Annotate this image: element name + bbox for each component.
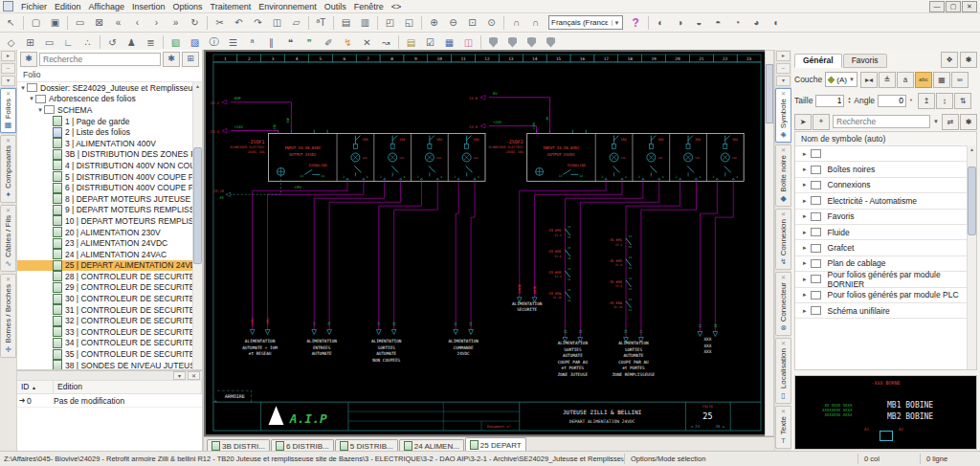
edition-col-edition[interactable]: Edition bbox=[54, 381, 202, 393]
symbol-swap-icon[interactable]: ❖ bbox=[941, 52, 958, 68]
copy-attributes-icon[interactable]: ªT bbox=[312, 14, 330, 32]
pane-control-icon-1[interactable]: ‒ bbox=[776, 63, 791, 74]
shield-1-icon[interactable] bbox=[484, 33, 502, 51]
tab-bo-te-noire[interactable]: ✕Boîte noire◆ bbox=[775, 144, 791, 207]
new-folio-icon[interactable]: ▢ bbox=[27, 14, 45, 32]
folio-last-icon[interactable]: » bbox=[167, 14, 185, 32]
tree-row[interactable]: 31 | CONTROLEUR DE SECURITE ENTREES bbox=[17, 304, 202, 316]
close-button[interactable]: ✕ bbox=[962, 1, 977, 12]
edition-col-id[interactable]: ID ▲ bbox=[17, 381, 54, 393]
spacing-icon[interactable]: ↨ bbox=[936, 93, 953, 109]
tree-row[interactable]: 38 | SONDES DE NIVEAU JUTEUSE bbox=[17, 360, 202, 369]
sheet-tab[interactable]: 25 DEPART bbox=[465, 437, 526, 452]
snap-magnet-icon[interactable]: ∩ bbox=[507, 14, 525, 32]
view-3d-icon[interactable]: ◇ bbox=[2, 33, 20, 51]
symbol-folder-row[interactable]: ▸Pour folios générés par module PLC bbox=[795, 288, 976, 303]
menu-fichier[interactable]: Fichier bbox=[17, 2, 51, 11]
cross-icon[interactable]: ✕ bbox=[358, 33, 376, 51]
axes-icon[interactable]: ∟ bbox=[59, 33, 78, 51]
symbol-list-scrollbar[interactable]: ▲ bbox=[967, 145, 976, 369]
tree-row[interactable]: 32 | CONTROLEUR DE SECURITE SORTIES bbox=[17, 315, 202, 326]
checklist-icon[interactable]: ☑ bbox=[421, 33, 439, 51]
copy-icon[interactable]: ◫ bbox=[268, 14, 286, 32]
tree-caret-icon[interactable]: ▸ bbox=[803, 259, 807, 267]
tree-caret-icon[interactable]: ▸ bbox=[803, 307, 807, 315]
tree-row[interactable]: 28 | CONTROLEUR DE SECURITE CPU bbox=[17, 271, 202, 282]
snap-lock-icon[interactable]: ∩ bbox=[526, 14, 545, 32]
tree-caret-icon[interactable]: ▸ bbox=[803, 197, 807, 205]
link-view-icon[interactable]: ∞ bbox=[951, 72, 969, 88]
close-folio-icon[interactable]: ⊠ bbox=[90, 14, 108, 32]
tree-caret-icon[interactable]: ▸ bbox=[803, 150, 807, 158]
angle-dropdown-icon[interactable]: ▼ bbox=[909, 99, 913, 102]
tree-row[interactable]: ▾Dossier: SE24029_Juteuse et Remplisseus… bbox=[17, 82, 202, 94]
symbol-search-input[interactable] bbox=[833, 115, 930, 128]
zoom-out-icon[interactable]: ⊖ bbox=[444, 14, 462, 32]
menu-[interactable]: <> bbox=[388, 2, 406, 11]
tool-half-2-icon[interactable]: ◑ bbox=[671, 14, 689, 32]
tree-caret-icon[interactable]: ▸ bbox=[803, 276, 807, 283]
tree-row[interactable]: ▾SCHEMA bbox=[17, 104, 202, 116]
couche-select[interactable]: (A) ▼ bbox=[825, 72, 858, 87]
tree-caret-icon[interactable]: ▸ bbox=[803, 166, 807, 173]
tree-row[interactable]: 23 | ALIMENTATION 24VDC bbox=[17, 237, 202, 249]
stack-triangles-icon[interactable]: ≜ bbox=[879, 72, 896, 88]
close-icon[interactable]: ✕ bbox=[781, 147, 786, 153]
taille-spinner[interactable]: ▲▼ bbox=[847, 97, 851, 104]
menu-edition[interactable]: Edition bbox=[51, 2, 85, 11]
layers-icon[interactable]: ☰ bbox=[224, 33, 242, 51]
menu-affichage[interactable]: Affichage bbox=[85, 2, 128, 11]
folio-tree[interactable]: ▾Dossier: SE24029_Juteuse et Remplisseus… bbox=[17, 82, 202, 369]
tree-row[interactable]: 35 | CONTROLEUR DE SECURITE SORTIES bbox=[17, 348, 202, 360]
tree-row[interactable]: ▾Arborescence des folios bbox=[17, 94, 202, 105]
info-icon[interactable]: ⓘ bbox=[205, 33, 223, 51]
direction-arrows-icon[interactable]: ▸◂ bbox=[860, 72, 878, 88]
close-icon[interactable]: ✕ bbox=[781, 275, 786, 280]
maximize-button[interactable]: ▢ bbox=[946, 1, 961, 12]
menu-traitement[interactable]: Traitement bbox=[206, 2, 255, 11]
folio-prev-icon[interactable]: ‹ bbox=[128, 14, 146, 32]
tab-symbole[interactable]: ✕Symbole◈ bbox=[775, 88, 791, 143]
comment-dark-icon[interactable]: ❝ bbox=[281, 33, 300, 51]
refresh-loop-icon[interactable]: ↺ bbox=[103, 33, 122, 51]
schematic-canvas[interactable]: 1234567891011121314151617181920212223INP… bbox=[204, 50, 765, 436]
tree-row[interactable]: 25 | DEPART ALIMENTATION 24VDC bbox=[17, 260, 202, 272]
panel-grid-icon[interactable]: ▦ bbox=[933, 72, 950, 88]
menu-environnement[interactable]: Environnement bbox=[255, 2, 321, 11]
point-grid-icon[interactable]: ∴ bbox=[78, 33, 97, 51]
tool-half-3-icon[interactable]: ◒ bbox=[690, 14, 708, 32]
print-preview-icon[interactable]: ▥ bbox=[356, 14, 374, 32]
new-window-icon[interactable]: ▭ bbox=[71, 14, 89, 32]
close-icon[interactable]: ✕ bbox=[781, 409, 786, 414]
symbol-folder-row[interactable]: ▸ bbox=[795, 146, 976, 162]
print-icon[interactable]: ▤ bbox=[337, 14, 355, 32]
symbol-folder-row[interactable]: ▸Favoris bbox=[795, 210, 976, 225]
zoom-all-icon[interactable]: ⊙ bbox=[482, 14, 501, 32]
window-view-icon[interactable]: ▭ bbox=[40, 33, 58, 51]
menu-insertion[interactable]: Insertion bbox=[128, 2, 169, 11]
tree-row[interactable]: 2 | Liste des folios bbox=[17, 126, 202, 138]
angle-input[interactable] bbox=[878, 95, 906, 107]
abc-toggle-icon[interactable]: abc bbox=[915, 72, 932, 88]
grid-icon[interactable]: ⊞ bbox=[21, 33, 39, 51]
cut-icon[interactable]: ✂ bbox=[211, 14, 229, 32]
close-icon[interactable]: ✕ bbox=[781, 91, 786, 97]
slashes-icon[interactable]: ∥ bbox=[262, 33, 280, 51]
tab-general[interactable]: Général bbox=[794, 54, 842, 68]
close-icon[interactable]: ✕ bbox=[781, 211, 786, 217]
tree-row[interactable]: 33 | CONTROLEUR DE SECURITE SORTIES bbox=[17, 326, 202, 338]
pane-control-icon-0[interactable]: ▸ bbox=[1, 51, 15, 61]
doc-gear-icon[interactable]: ▨ bbox=[186, 33, 204, 51]
pick-symbol-icon[interactable]: ➤ bbox=[794, 114, 812, 130]
hierarchy-icon[interactable]: ≣ bbox=[142, 33, 160, 51]
height-up-icon[interactable]: ↥ bbox=[918, 93, 935, 109]
undo-icon[interactable]: ↶ bbox=[230, 14, 248, 32]
minimize-button[interactable]: — bbox=[929, 1, 945, 12]
edition-collapse-icon[interactable]: ▾ bbox=[173, 371, 186, 380]
tool-half-7-icon[interactable]: ◖ bbox=[767, 14, 785, 32]
comment-green-icon[interactable]: ❞ bbox=[301, 33, 319, 51]
tree-caret-icon[interactable]: ▸ bbox=[803, 229, 807, 236]
target-icon[interactable]: ⌖ bbox=[813, 114, 830, 130]
edition-close-icon[interactable]: ✕ bbox=[188, 371, 200, 380]
edit-symbol-icon[interactable]: ▧ bbox=[167, 33, 185, 51]
